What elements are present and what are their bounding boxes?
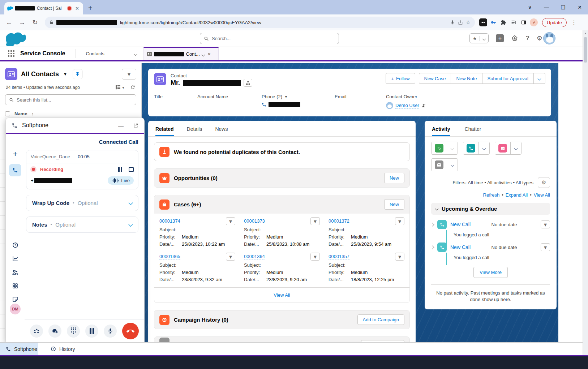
guidance-center-icon[interactable] (511, 35, 518, 42)
workspace-tab-contact[interactable]: Cont... ✕ (143, 47, 219, 60)
case-actions-chevron[interactable]: ▾ (395, 253, 404, 261)
scrollbar-thumb[interactable] (584, 37, 587, 63)
refresh-link[interactable]: Refresh (483, 192, 500, 198)
setup-gear-icon[interactable]: ⚙ (537, 34, 542, 42)
rail-apps-grid-icon[interactable] (12, 283, 18, 289)
browser-forward-icon[interactable]: → (17, 19, 27, 26)
select-all-checkbox[interactable] (5, 111, 10, 116)
case-number-link[interactable]: 00001365 (159, 254, 180, 259)
phone-field-label[interactable]: Phone (2)▼ (262, 94, 314, 99)
new-event-button[interactable] (495, 142, 510, 154)
agent-avatar[interactable]: DM (10, 304, 21, 314)
minimize-icon[interactable]: — (118, 123, 124, 129)
new-case-list-button[interactable]: New (384, 199, 404, 210)
wrap-up-code-section[interactable]: Wrap Up Code • Optional (26, 195, 138, 211)
extension-key-icon[interactable] (489, 18, 497, 26)
case-number-link[interactable]: 00001357 (329, 254, 349, 259)
more-actions-chevron-button[interactable] (534, 73, 545, 84)
transfer-call-button[interactable] (30, 325, 43, 338)
new-note-button[interactable]: New Note (451, 73, 482, 84)
app-launcher-waffle-icon[interactable] (8, 50, 14, 57)
expand-item-chevron-icon[interactable] (431, 245, 434, 249)
favorites-chevron-icon[interactable] (480, 36, 488, 41)
activity-item-link[interactable]: New Call (450, 244, 471, 250)
rail-analytics-icon[interactable] (12, 255, 19, 262)
add-to-campaign-button[interactable]: Add to Campaign (357, 314, 404, 325)
end-call-button[interactable] (122, 323, 139, 339)
window-minimize-icon[interactable]: — (538, 4, 555, 10)
case-actions-chevron[interactable]: ▾ (310, 253, 320, 261)
hold-call-button[interactable] (85, 325, 98, 338)
bookmark-star-icon[interactable]: ☆ (466, 19, 471, 26)
case-number-link[interactable]: 00001372 (329, 218, 349, 224)
favorites-button[interactable]: ★ (469, 33, 489, 43)
expand-item-chevron-icon[interactable] (431, 223, 434, 226)
log-call-chevron-button[interactable] (478, 142, 489, 154)
mute-microphone-button[interactable] (104, 325, 117, 338)
activity-settings-gear-button[interactable]: ⚙ (538, 177, 550, 188)
address-bar[interactable]: lightning.force.com/lightning/r/Contact/… (45, 17, 475, 28)
cases-title[interactable]: Cases (6+) (174, 201, 201, 207)
rail-phone-tab-active[interactable] (9, 164, 21, 176)
section-collapse-chevron-icon[interactable] (435, 207, 439, 211)
park-call-button[interactable] (48, 325, 61, 338)
phone-field-value[interactable] (262, 102, 314, 107)
browser-back-icon[interactable]: ← (4, 19, 14, 26)
list-view-title[interactable]: All Contacts (21, 70, 59, 78)
log-call-button[interactable] (463, 142, 478, 154)
stop-recording-icon[interactable] (129, 167, 134, 172)
new-event-chevron-button[interactable] (510, 142, 521, 154)
list-view-chevron-icon[interactable]: ▼ (63, 72, 67, 76)
scrollbar-up-arrow-icon[interactable]: ▲ (583, 30, 588, 35)
browser-tab[interactable]: Contact | Sal ✕ (4, 2, 83, 14)
microphone-icon[interactable] (450, 20, 455, 25)
upcoming-overdue-section[interactable]: Upcoming & Overdue (431, 203, 550, 215)
refresh-icon[interactable] (130, 85, 136, 90)
change-owner-icon[interactable] (421, 103, 426, 108)
task-chevron-button[interactable] (447, 142, 458, 154)
tab-details[interactable]: Details (187, 126, 202, 136)
browser-reload-icon[interactable]: ↻ (30, 18, 40, 26)
extensions-puzzle-icon[interactable] (499, 18, 507, 26)
tab-related[interactable]: Related (155, 126, 174, 136)
rail-contacts-icon[interactable] (12, 269, 19, 276)
wrap-up-expand-chevron-icon[interactable] (128, 201, 133, 205)
nav-tab-contacts[interactable]: Contacts (81, 47, 132, 60)
rail-history-icon[interactable] (12, 241, 19, 248)
case-actions-chevron[interactable]: ▾ (310, 217, 320, 225)
user-avatar[interactable] (543, 32, 555, 44)
favorites-star-icon[interactable]: ★ (470, 36, 480, 41)
case-number-link[interactable]: 00001373 (244, 218, 265, 224)
help-icon[interactable]: ? (525, 35, 529, 42)
side-panel-icon[interactable] (520, 18, 528, 26)
global-search[interactable] (200, 33, 339, 44)
tab-news[interactable]: News (215, 126, 228, 136)
chrome-update-button[interactable]: Update (542, 18, 567, 27)
workspace-tab-close-icon[interactable]: ✕ (207, 52, 211, 57)
utility-softphone-tab[interactable]: Softphone (0, 343, 38, 355)
phone-dropdown-icon[interactable]: ▼ (284, 95, 288, 99)
activity-item-chevron[interactable]: ▾ (541, 243, 550, 251)
display-as-icon[interactable] (115, 85, 121, 90)
view-all-link[interactable]: View All (534, 192, 550, 198)
display-as-chevron-icon[interactable]: ▾ (122, 85, 124, 90)
rail-notes-icon[interactable] (12, 296, 18, 303)
browser-menu-kebab-icon[interactable]: ⋮ (569, 19, 579, 26)
campaign-history-title[interactable]: Campaign History (0) (174, 317, 228, 323)
case-actions-chevron[interactable]: ▾ (226, 217, 235, 225)
list-search-input[interactable] (17, 97, 132, 103)
window-close-icon[interactable]: ✕ (571, 4, 588, 10)
utility-history-tab[interactable]: History (43, 343, 82, 355)
extension-list-icon[interactable] (510, 18, 518, 26)
case-number-link[interactable]: 00001374 (159, 218, 180, 224)
pin-icon[interactable] (73, 69, 82, 79)
owner-link[interactable]: Demo User (395, 103, 419, 108)
case-actions-chevron[interactable]: ▾ (395, 217, 404, 225)
workspace-tab-chevron-icon[interactable] (202, 51, 205, 57)
list-search[interactable] (5, 94, 136, 105)
page-scrollbar[interactable]: ▲ (583, 30, 588, 355)
list-view-controls-button[interactable]: ▾ (122, 69, 136, 80)
new-opportunity-button[interactable]: New (384, 173, 404, 183)
global-actions-plus-icon[interactable]: + (496, 34, 504, 42)
new-tab-button[interactable]: + (88, 4, 93, 12)
